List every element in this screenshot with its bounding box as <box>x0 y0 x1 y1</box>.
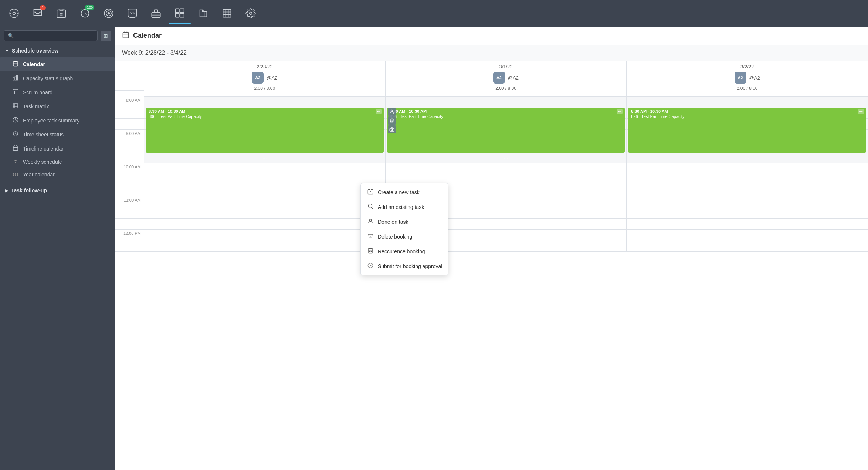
grid-report-icon[interactable] <box>216 2 238 24</box>
done-task-icon <box>367 218 374 226</box>
svg-rect-15 <box>175 9 179 12</box>
schedule-overview-section-header[interactable]: ▼ Schedule overview <box>0 44 115 57</box>
toolbox-icon[interactable] <box>145 2 167 24</box>
content-area: Calendar Week 9: 2/28/22 - 3/4/22 2/28/2… <box>115 27 868 470</box>
cal-cell-d3-1030[interactable] <box>627 185 868 196</box>
compass-icon[interactable] <box>3 2 25 24</box>
time-label-1030 <box>115 185 144 196</box>
cal-cell-d1-930[interactable]: ··· <box>144 152 386 163</box>
event-edit-btn-d1[interactable]: ✏ <box>376 109 382 114</box>
svg-rect-41 <box>13 146 18 151</box>
context-submit-approval[interactable]: Submit for booking approval <box>361 259 448 274</box>
cal-cell-d3-1000[interactable] <box>627 163 868 185</box>
employee-task-label: Employee task summary <box>23 118 79 124</box>
avatar-1: A2 <box>252 72 264 84</box>
sidebar-item-capacity[interactable]: Capacity status graph <box>0 71 115 85</box>
year-label: Year calendar <box>23 172 55 177</box>
employee-task-icon <box>12 117 19 124</box>
calendar-container[interactable]: 2/28/22 A2 @A2 2.00 / 8.00 3/1/22 A2 @A2… <box>115 61 868 470</box>
cal-header-day-3: 3/2/22 A2 @A2 2.00 / 8.00 <box>627 61 868 97</box>
event-block-d3[interactable]: ✏ 8:30 AM - 10:30 AM 896 - Test Part Tim… <box>628 108 866 153</box>
capacity-icon <box>12 75 19 82</box>
task-matrix-icon <box>12 103 19 110</box>
cal-cell-d3-800[interactable]: ✏ 8:30 AM - 10:30 AM 896 - Test Part Tim… <box>627 97 868 119</box>
timesheet-label: Time sheet status <box>23 132 64 138</box>
clipboard-icon[interactable] <box>50 2 72 24</box>
event-edit-btn-d2[interactable]: ✏ <box>617 109 623 114</box>
cal-header-day-1: 2/28/22 A2 @A2 2.00 / 8.00 <box>144 61 386 97</box>
cal-cell-d1-800[interactable]: ✏ 8:30 AM - 10:30 AM 896 - Test Part Tim… <box>144 97 386 119</box>
inbox-icon[interactable]: 1 <box>27 2 49 24</box>
target-icon[interactable] <box>98 2 120 24</box>
sidebar-search-box[interactable]: 🔍 <box>4 30 98 41</box>
search-input[interactable] <box>16 33 94 38</box>
event-task-d3: 896 - Test Part Time Capacity <box>631 114 863 119</box>
svg-rect-16 <box>180 9 184 12</box>
cal-cell-d3-1200[interactable] <box>627 230 868 252</box>
svg-rect-60 <box>368 249 373 253</box>
day-date-3: 3/2/22 <box>631 64 863 70</box>
sidebar-item-scrum[interactable]: Scrum board <box>0 85 115 99</box>
sidebar-item-timeline[interactable]: Timeline calendar <box>0 142 115 156</box>
cal-cell-d1-1030[interactable] <box>144 185 386 196</box>
event-block-d2[interactable]: ✏ 8:30 AM - 10:30 AM 896 - Test Part Tim… <box>387 108 625 153</box>
event-more-d3[interactable]: ··· <box>745 155 749 161</box>
drag-trash-icon <box>388 116 396 125</box>
svg-rect-29 <box>13 78 14 80</box>
context-create-task[interactable]: Create a new task <box>361 185 448 200</box>
day-user-3: @A2 <box>749 75 760 81</box>
add-existing-icon <box>367 203 374 211</box>
layout-toggle-button[interactable]: ⊞ <box>101 31 111 41</box>
avatar-2: A2 <box>493 72 505 84</box>
task-followup-section-header[interactable]: ▶ Task follow-up <box>0 184 115 197</box>
svg-point-0 <box>10 9 18 17</box>
cal-cell-d3-930[interactable]: ··· <box>627 152 868 163</box>
event-block-d1[interactable]: ✏ 8:30 AM - 10:30 AM 896 - Test Part Tim… <box>146 108 384 153</box>
cal-cell-d2-1000[interactable] <box>386 163 627 185</box>
cal-cell-d2-930[interactable]: ··· <box>386 152 627 163</box>
sidebar: 🔍 ⊞ ▼ Schedule overview Calendar Capacit… <box>0 27 115 470</box>
clock-chart-icon[interactable]: 0.00 <box>74 2 96 24</box>
event-more-d1[interactable]: ··· <box>262 155 267 161</box>
sidebar-item-weekly[interactable]: 7 Weekly schedule <box>0 156 115 168</box>
cal-cell-d2-800[interactable]: ✏ 8:30 AM - 10:30 AM 896 - Test Part Tim… <box>386 97 627 119</box>
day-user-1: @A2 <box>267 75 277 81</box>
time-label-900: 9:00 AM <box>115 130 144 152</box>
schedule-icon[interactable] <box>169 2 191 24</box>
calendar-icon <box>12 61 19 68</box>
context-add-existing[interactable]: Add an existing task <box>361 200 448 214</box>
create-task-icon <box>367 189 374 196</box>
svg-rect-18 <box>180 13 184 17</box>
context-recurrence[interactable]: Reccurence booking <box>361 244 448 259</box>
cal-cell-d3-1130[interactable] <box>627 219 868 230</box>
sidebar-item-year[interactable]: 365 Year calendar <box>0 168 115 181</box>
submit-approval-label: Submit for booking approval <box>378 263 442 269</box>
event-edit-btn-d3[interactable]: ✏ <box>858 109 864 114</box>
sidebar-item-calendar[interactable]: Calendar <box>0 57 115 71</box>
svg-rect-35 <box>13 104 18 108</box>
svg-rect-31 <box>17 76 18 80</box>
day-avatar-1: A2 @A2 <box>149 70 381 85</box>
calendar-header-empty <box>115 61 144 91</box>
documents-icon[interactable] <box>192 2 214 24</box>
theater-icon[interactable] <box>121 2 143 24</box>
cal-cell-d1-1200[interactable] <box>144 230 386 252</box>
settings-icon[interactable] <box>240 2 262 24</box>
event-more-d2[interactable]: ··· <box>504 155 508 161</box>
sidebar-item-timesheet[interactable]: Time sheet status <box>0 128 115 142</box>
cal-header-day-2: 3/1/22 A2 @A2 2.00 / 8.00 <box>386 61 627 97</box>
context-done-task[interactable]: Done on task <box>361 214 448 229</box>
svg-rect-25 <box>13 62 18 66</box>
context-delete-booking[interactable]: Delete booking <box>361 229 448 244</box>
sidebar-item-employee-task[interactable]: Employee task summary <box>0 114 115 128</box>
cal-cell-d1-1130[interactable] <box>144 219 386 230</box>
cal-cell-d1-1000[interactable] <box>144 163 386 185</box>
sidebar-item-task-matrix[interactable]: Task matrix <box>0 99 115 114</box>
scrum-icon <box>12 89 19 96</box>
day-capacity-1: 2.00 / 8.00 <box>149 85 381 93</box>
weekly-label: Weekly schedule <box>23 159 62 165</box>
cal-cell-d3-1100[interactable] <box>627 196 868 219</box>
cal-cell-d1-1100[interactable] <box>144 196 386 219</box>
submit-approval-icon <box>367 263 374 270</box>
chevron-down-icon: ▼ <box>5 49 9 53</box>
